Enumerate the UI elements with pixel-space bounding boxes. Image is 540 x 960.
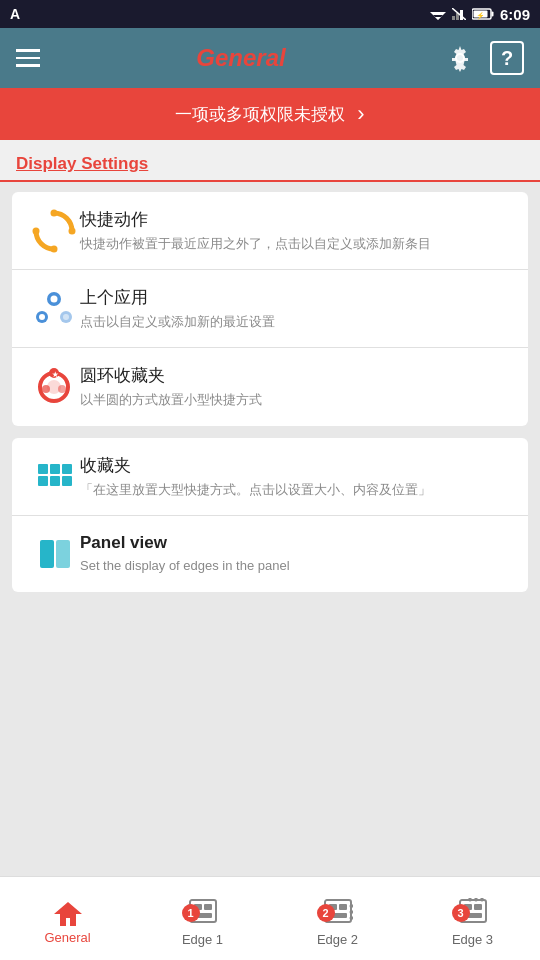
svg-rect-3 xyxy=(452,16,455,20)
quick-actions-desc: 快捷动作被置于最近应用之外了，点击以自定义或添加新条目 xyxy=(80,235,512,253)
svg-point-15 xyxy=(33,227,40,234)
app-title: General xyxy=(196,44,285,72)
section-title: Display Settings xyxy=(16,154,524,174)
recent-apps-desc: 点击以自定义或添加新的最近设置 xyxy=(80,313,512,331)
chevron-right-icon: › xyxy=(357,101,364,127)
edge2-badge: 2 xyxy=(317,904,335,922)
header: General ? xyxy=(0,28,540,88)
svg-rect-33 xyxy=(62,476,72,486)
favorites-folder-icon xyxy=(28,454,80,498)
signal-icon xyxy=(452,8,466,20)
recent-apps-title: 上个应用 xyxy=(80,286,512,309)
svg-point-17 xyxy=(51,295,58,302)
edge3-badge: 3 xyxy=(452,904,470,922)
permission-banner[interactable]: 一项或多项权限未授权 › xyxy=(0,88,540,140)
svg-marker-2 xyxy=(435,17,441,20)
wifi-icon xyxy=(430,8,446,20)
quick-actions-icon xyxy=(28,209,80,253)
panel-view-desc: Set the display of edges in the panel xyxy=(80,557,512,575)
edge1-badge: 1 xyxy=(182,904,200,922)
nav-edge3-label: Edge 3 xyxy=(452,932,493,947)
nav-edge2-label: Edge 2 xyxy=(317,932,358,947)
status-bar: A ⚡ 6:09 xyxy=(0,0,540,28)
favorites-folder-desc: 「在这里放置大型快捷方式。点击以设置大小、内容及位置」 xyxy=(80,481,512,499)
svg-rect-53 xyxy=(474,904,482,910)
svg-rect-31 xyxy=(38,476,48,486)
nav-general[interactable]: General xyxy=(0,877,135,960)
svg-rect-8 xyxy=(491,12,493,17)
ring-favorites-desc: 以半圆的方式放置小型快捷方式 xyxy=(80,391,512,409)
help-icon: ? xyxy=(501,47,513,70)
nav-edge1-label: Edge 1 xyxy=(182,932,223,947)
settings-icon xyxy=(446,44,474,72)
list-item-recent-apps[interactable]: 上个应用 点击以自定义或添加新的最近设置 xyxy=(12,270,528,348)
svg-point-19 xyxy=(39,314,45,320)
panel-view-icon xyxy=(28,532,80,576)
permission-text: 一项或多项权限未授权 xyxy=(175,103,345,126)
svg-rect-32 xyxy=(50,476,60,486)
card-shortcuts: 快捷动作 快捷动作被置于最近应用之外了，点击以自定义或添加新条目 xyxy=(12,192,528,426)
list-item-ring-favorites[interactable]: ★ 圆环收藏夹 以半圆的方式放置小型快捷方式 xyxy=(12,348,528,425)
svg-rect-35 xyxy=(56,540,70,568)
favorites-folder-title: 收藏夹 xyxy=(80,454,512,477)
main-content: 快捷动作 快捷动作被置于最近应用之外了，点击以自定义或添加新条目 xyxy=(0,182,540,874)
nav-edge1[interactable]: 1 Edge 1 xyxy=(135,877,270,960)
ring-favorites-icon: ★ xyxy=(28,365,80,409)
sim-icon: A xyxy=(10,6,20,22)
home-icon xyxy=(54,900,82,926)
svg-rect-28 xyxy=(38,464,48,474)
list-item-quick-actions[interactable]: 快捷动作 快捷动作被置于最近应用之外了，点击以自定义或添加新条目 xyxy=(12,192,528,270)
svg-point-13 xyxy=(69,227,76,234)
settings-button[interactable] xyxy=(442,40,478,76)
svg-point-21 xyxy=(63,314,69,320)
svg-text:⚡: ⚡ xyxy=(476,11,485,20)
svg-rect-29 xyxy=(50,464,60,474)
list-item-panel-view[interactable]: Panel view Set the display of edges in t… xyxy=(12,516,528,592)
time-display: 6:09 xyxy=(500,6,530,23)
svg-rect-30 xyxy=(62,464,72,474)
svg-rect-34 xyxy=(40,540,54,568)
nav-general-label: General xyxy=(44,930,90,945)
svg-rect-46 xyxy=(339,904,347,910)
svg-point-12 xyxy=(51,209,58,216)
nav-edge3[interactable]: 3 Edge 3 xyxy=(405,877,540,960)
list-item-favorites-folder[interactable]: 收藏夹 「在这里放置大型快捷方式。点击以设置大小、内容及位置」 xyxy=(12,438,528,516)
menu-button[interactable] xyxy=(16,49,40,67)
card-display: 收藏夹 「在这里放置大型快捷方式。点击以设置大小、内容及位置」 Panel vi… xyxy=(12,438,528,592)
svg-point-26 xyxy=(42,385,50,393)
svg-rect-39 xyxy=(204,904,212,910)
battery-icon: ⚡ xyxy=(472,8,494,20)
bottom-nav: General 1 Edge 1 xyxy=(0,876,540,960)
section-header: Display Settings xyxy=(0,140,540,180)
svg-point-27 xyxy=(58,385,66,393)
ring-favorites-title: 圆环收藏夹 xyxy=(80,364,512,387)
nav-edge2[interactable]: 2 Edge 2 xyxy=(270,877,405,960)
panel-view-title: Panel view xyxy=(80,533,512,553)
svg-point-14 xyxy=(51,245,58,252)
quick-actions-title: 快捷动作 xyxy=(80,208,512,231)
svg-text:★: ★ xyxy=(52,370,59,377)
recent-apps-icon xyxy=(28,287,80,331)
svg-marker-36 xyxy=(54,902,82,926)
help-button[interactable]: ? xyxy=(490,41,524,75)
